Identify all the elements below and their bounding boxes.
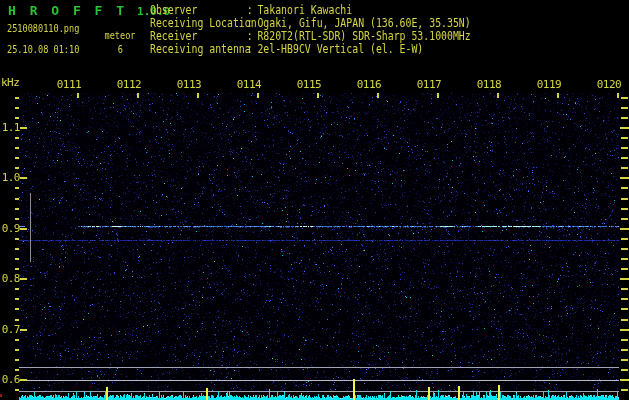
filename-label: 2510080110.png [7,22,79,35]
frequency-unit-label: kHz [1,76,19,89]
app-title: H R O F F T [8,3,127,18]
freq-tick-label: 1.1 [0,121,20,134]
time-label: 0116 [355,78,383,91]
time-label: 0114 [235,78,263,91]
info-row: Receiving antenna:2el-HB9CV Vertical (el… [150,43,609,56]
time-label: 0120 [595,78,623,91]
time-label: 0115 [295,78,323,91]
app-title-row: H R O F F T1.0.0 [8,3,170,18]
info-label: Receiving antenna [150,43,247,56]
info-value: 2el-HB9CV Vertical (el. E-W) [257,42,423,56]
observer-info-block: Observer:Takanori KawachiReceiving Locat… [150,4,609,56]
freq-tick-label: 0.9 [0,222,20,235]
info-value: R820T2(RTL-SDR) SDR-Sharp 53.1000MHz [257,29,470,43]
info-value: Takanori Kawachi [257,3,352,17]
time-label: 0111 [55,78,83,91]
mode-label: meteor [105,29,136,42]
time-label: 0113 [175,78,203,91]
info-colon: : [247,43,258,56]
time-label: 0119 [535,78,563,91]
time-label: 0118 [475,78,503,91]
time-label: 0117 [415,78,443,91]
freq-tick-label: 0.7 [0,323,20,336]
meteor-count: 6 [118,43,123,56]
info-value: Ogaki, Gifu, JAPAN (136.60E, 35.35N) [257,16,470,30]
freq-tick-label: 1.0 [0,171,20,184]
freq-tick-label: 0.8 [0,272,20,285]
datetime-label: 25.10.08 01:10 [7,43,79,56]
freq-tick-label: 0.6 [0,373,20,386]
time-label: 0112 [115,78,143,91]
hrofft-screen: H R O F F T1.0.0 2510080110.png meteor 2… [0,0,629,400]
